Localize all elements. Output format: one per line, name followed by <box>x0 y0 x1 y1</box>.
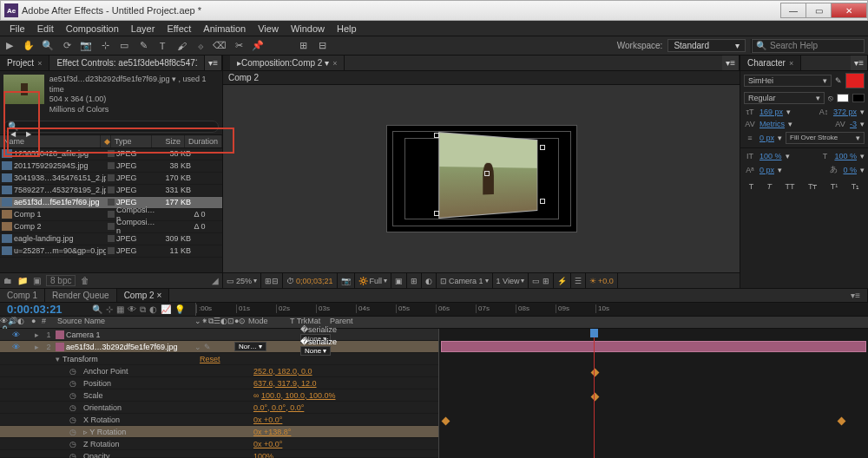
menu-help[interactable]: Help <box>331 23 363 34</box>
project-search-input[interactable]: 🔍 <box>3 121 219 133</box>
comp-viewer[interactable] <box>223 85 740 272</box>
keyframe-icon[interactable] <box>591 369 600 377</box>
selection-tool[interactable]: ▶ <box>2 38 17 54</box>
zoom-tool[interactable]: 🔍 <box>40 38 56 54</box>
menu-animation[interactable]: Animation <box>197 23 252 34</box>
eraser-tool[interactable]: ⌫ <box>212 38 227 54</box>
snap-options[interactable]: ⊟ <box>314 38 330 54</box>
text-tool[interactable]: T <box>155 38 170 54</box>
white-swatch[interactable] <box>837 94 849 102</box>
superscript-button[interactable]: T¹ <box>831 182 838 191</box>
panel-menu-icon[interactable]: ▾≡ <box>844 289 868 302</box>
timeline-tab[interactable]: Render Queue <box>45 289 117 302</box>
menu-composition[interactable]: Composition <box>60 23 125 34</box>
pixel-aspect-icon[interactable]: ▭ ⊞ <box>529 273 554 288</box>
pen-tool[interactable]: ✎ <box>135 38 151 54</box>
roi-icon[interactable]: ▣ <box>391 273 407 288</box>
resolution-dropdown[interactable]: 🔆 Full <box>355 273 392 288</box>
shape-tool[interactable]: ▭ <box>116 38 132 54</box>
timeline-tab[interactable]: Comp 2 × <box>117 289 170 302</box>
black-swatch[interactable] <box>852 94 865 102</box>
project-item[interactable]: Comp 1Composi…nΔ 0 <box>0 209 222 221</box>
current-time-indicator[interactable] <box>594 329 595 458</box>
smallcaps-button[interactable]: Tᴛ <box>808 182 818 191</box>
search-layers-icon[interactable]: 🔍 <box>92 304 102 315</box>
tsume-value[interactable]: 0 % <box>843 166 857 174</box>
stamp-tool[interactable]: ⟐ <box>193 38 208 54</box>
hscale-value[interactable]: 100 % <box>834 152 857 160</box>
property-row[interactable]: Anchor Point252.0, 182.0, 0.0 <box>0 365 438 377</box>
transform-group[interactable]: ▾TransformReset <box>0 353 438 365</box>
project-tab[interactable]: Project× <box>0 56 49 70</box>
frame-blend-icon[interactable]: ⧉ <box>140 304 146 315</box>
allcaps-button[interactable]: TT <box>786 182 795 191</box>
no-fill-icon[interactable]: ⦸ <box>828 94 833 103</box>
fast-preview-icon[interactable]: ⚡ <box>554 273 571 288</box>
maximize-button[interactable]: ▭ <box>806 3 832 18</box>
grid-icon[interactable]: ⊞ <box>407 273 422 288</box>
property-row[interactable]: Orientation0.0°, 0.0°, 0.0° <box>0 402 438 414</box>
time-ruler[interactable]: :00s01s02s03s04s05s06s07s08s09s10s <box>195 303 868 316</box>
prev-keyframe-button[interactable]: ◀ <box>10 130 16 138</box>
stroke-mode-dropdown[interactable]: Fill Over Stroke▾ <box>786 132 865 144</box>
project-item[interactable]: 1236570428_afile.jpgJPEG38 KB <box>0 148 222 160</box>
minimize-button[interactable]: — <box>780 3 806 18</box>
property-row[interactable]: X Rotation0x +0.0° <box>0 414 438 426</box>
character-tab[interactable]: Character× <box>740 56 801 70</box>
tracking-value[interactable]: -3 <box>850 120 857 128</box>
roto-tool[interactable]: ✂ <box>231 38 247 54</box>
project-item[interactable]: 2011759292594S.jpgJPEG38 KB <box>0 160 222 173</box>
project-item[interactable]: Comp 2Composi…nΔ 0 <box>0 221 222 233</box>
view-camera-dropdown[interactable]: ⊡ Camera 1 <box>437 273 493 288</box>
baseline-value[interactable]: 0 px <box>760 166 774 174</box>
project-item[interactable]: eagle-landing.jpgJPEG309 KB <box>0 233 222 245</box>
project-item[interactable]: ae51f3d…f5e1fe7f69.jpgJPEG177 KB <box>0 197 222 209</box>
italic-button[interactable]: T <box>767 182 773 191</box>
timeline-icon[interactable]: ☰ <box>571 273 586 288</box>
snapshot-icon[interactable]: 📷 <box>338 273 355 288</box>
property-row[interactable]: Position637.6, 317.9, 12.0 <box>0 377 438 389</box>
draft3d-icon[interactable]: ▦ <box>116 304 124 315</box>
search-help-input[interactable]: 🔍 Search Help <box>752 39 865 53</box>
menu-effect[interactable]: Effect <box>161 23 197 34</box>
puppet-tool[interactable]: 📌 <box>250 38 266 54</box>
timeline-tab[interactable]: Comp 1 <box>0 289 45 302</box>
panel-menu-icon[interactable]: ▾≡ <box>205 56 222 70</box>
brush-tool[interactable]: 🖌 <box>174 38 189 54</box>
time-display[interactable]: ⏱ 0;00;03;21 <box>283 273 338 288</box>
resize-handle-icon[interactable]: ◢ <box>212 276 219 285</box>
menu-file[interactable]: File <box>3 23 31 34</box>
rotate-tool[interactable]: ⟳ <box>59 38 75 54</box>
new-comp-icon[interactable]: ▣ <box>33 276 41 285</box>
mask-icon[interactable]: ◐ <box>422 273 437 288</box>
panel-menu-icon[interactable]: ▾≡ <box>722 56 740 70</box>
close-button[interactable]: ✕ <box>831 3 867 18</box>
channels-icon[interactable]: ⊞⊟ <box>261 273 283 288</box>
timecode-display[interactable]: 0:00:03:21 <box>0 303 87 316</box>
brainstorm-icon[interactable]: 💡 <box>174 304 185 315</box>
stroke-width-value[interactable]: 0 px <box>760 134 774 142</box>
camera-tool[interactable]: 📷 <box>78 38 94 54</box>
close-icon[interactable]: × <box>37 59 42 68</box>
leading-value[interactable]: 372 px <box>833 108 857 116</box>
workspace-dropdown[interactable]: Standard▾ <box>667 39 746 52</box>
property-row[interactable]: Opacity100% <box>0 450 438 458</box>
motion-blur-icon[interactable]: ◐ <box>149 304 157 315</box>
hide-shy-icon[interactable]: 👁 <box>128 304 136 315</box>
panel-menu-icon[interactable]: ▾≡ <box>851 56 868 70</box>
keyframe-icon[interactable] <box>591 393 600 402</box>
font-family-dropdown[interactable]: SimHei▾ <box>744 75 832 87</box>
eyedropper-icon[interactable]: ✎ <box>835 76 842 85</box>
exposure-control[interactable]: ☀ +0.0 <box>586 273 618 288</box>
vscale-value[interactable]: 100 % <box>760 152 782 160</box>
comp-breadcrumb[interactable]: Comp 2 <box>223 71 740 85</box>
anchor-tool[interactable]: ⊹ <box>97 38 113 54</box>
fill-color-swatch[interactable] <box>845 73 865 88</box>
new-folder-icon[interactable]: 📁 <box>17 276 28 285</box>
reset-link[interactable]: Reset <box>200 355 220 363</box>
menu-layer[interactable]: Layer <box>125 23 161 34</box>
subscript-button[interactable]: T₁ <box>852 182 860 191</box>
menu-edit[interactable]: Edit <box>31 23 60 34</box>
menu-view[interactable]: View <box>252 23 285 34</box>
comp-tab-label[interactable]: ▸ Composition: Comp 2 ▾ × <box>223 56 345 70</box>
